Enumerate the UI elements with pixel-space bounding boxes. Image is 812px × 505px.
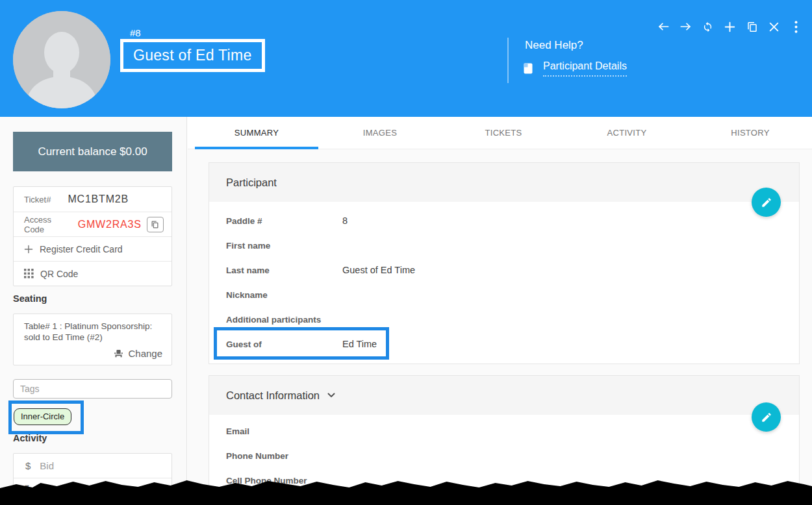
participant-section-header: Participant bbox=[209, 163, 799, 202]
main-content: SUMMARY IMAGES TICKETS ACTIVITY HISTORY … bbox=[188, 117, 812, 505]
dollar-icon: $ bbox=[25, 460, 31, 471]
change-seat-button[interactable]: Change bbox=[114, 348, 162, 359]
field-value: Ed Time bbox=[342, 339, 377, 349]
participant-section: Participant Paddle # 8 First name Last n… bbox=[209, 162, 800, 364]
field-label: Additional participants bbox=[226, 315, 342, 325]
tab-summary[interactable]: SUMMARY bbox=[195, 117, 318, 149]
contact-section-header: Contact Information bbox=[209, 376, 799, 415]
record-number: #8 bbox=[130, 27, 141, 38]
bid-label: Bid bbox=[40, 460, 54, 471]
ticket-info-card: Ticket# MC1BTM2B Access Code GMW2RA3S Re… bbox=[13, 186, 172, 286]
plus-icon bbox=[24, 245, 33, 254]
field-row-last-name: Last name Guest of Ed Time bbox=[209, 258, 799, 282]
field-value: Guest of Ed Time bbox=[342, 265, 415, 275]
bid-row[interactable]: $ Bid bbox=[14, 454, 171, 478]
header: #8 Guest of Ed Time Need Help? Participa… bbox=[0, 0, 812, 117]
add-icon[interactable] bbox=[724, 19, 736, 34]
forward-icon[interactable] bbox=[679, 19, 692, 34]
field-label: Guest of bbox=[226, 339, 342, 349]
field-label: First name bbox=[226, 241, 342, 251]
need-help-label: Need Help? bbox=[525, 39, 583, 52]
access-code-value: GMW2RA3S bbox=[78, 219, 142, 230]
sidebar: Current balance $0.00 Ticket# MC1BTM2B A… bbox=[0, 117, 187, 505]
window-controls bbox=[657, 19, 802, 34]
divider bbox=[507, 38, 509, 83]
field-row-paddle: Paddle # 8 bbox=[209, 208, 799, 233]
edit-contact-button[interactable] bbox=[752, 402, 781, 432]
copy-access-code-button[interactable] bbox=[147, 217, 164, 232]
back-icon[interactable] bbox=[657, 19, 670, 34]
tags-input[interactable] bbox=[13, 379, 172, 399]
access-code-row: Access Code GMW2RA3S bbox=[14, 212, 171, 236]
field-label: Nickname bbox=[226, 290, 342, 300]
field-row-phone: Phone Number bbox=[209, 443, 799, 468]
access-code-label: Access Code bbox=[24, 215, 73, 234]
tab-history[interactable]: HISTORY bbox=[689, 117, 812, 149]
more-icon[interactable] bbox=[790, 19, 802, 34]
seating-assignment-text: Table# 1 : Platinum Sponsorship: sold to… bbox=[24, 321, 162, 343]
refresh-icon[interactable] bbox=[702, 19, 714, 34]
participant-details-help-link[interactable]: Participant Details bbox=[524, 60, 627, 77]
ticket-value: MC1BTM2B bbox=[68, 193, 129, 205]
tag-annotation-box: Inner-Circle bbox=[8, 400, 84, 434]
avatar bbox=[13, 11, 110, 108]
field-value: 8 bbox=[342, 216, 348, 226]
ticket-label: Ticket# bbox=[24, 195, 51, 204]
seating-card: Table# 1 : Platinum Sponsorship: sold to… bbox=[13, 314, 172, 365]
help-link-label: Participant Details bbox=[543, 60, 627, 77]
tab-activity[interactable]: ACTIVITY bbox=[565, 117, 689, 149]
current-balance-badge: Current balance $0.00 bbox=[13, 132, 172, 171]
participant-section-title: Participant bbox=[226, 177, 277, 189]
field-label: Phone Number bbox=[226, 451, 342, 461]
duplicate-icon[interactable] bbox=[746, 19, 758, 34]
copy-icon bbox=[151, 220, 159, 229]
tag-inner-circle[interactable]: Inner-Circle bbox=[14, 408, 71, 425]
activity-heading: Activity bbox=[13, 433, 47, 443]
seating-heading: Seating bbox=[13, 293, 47, 304]
field-label: Last name bbox=[226, 265, 342, 275]
close-icon[interactable] bbox=[768, 19, 780, 34]
contact-section-title: Contact Information bbox=[226, 389, 320, 402]
edit-participant-button[interactable] bbox=[752, 188, 781, 217]
field-row-first-name: First name bbox=[209, 233, 799, 258]
qr-code-label: QR Code bbox=[40, 269, 78, 279]
participant-details-window: #8 Guest of Ed Time Need Help? Participa… bbox=[0, 0, 812, 505]
qr-grid-icon bbox=[24, 269, 34, 278]
page-title: Guest of Ed Time bbox=[133, 47, 252, 64]
field-row-additional-participants: Additional participants bbox=[209, 307, 799, 332]
change-seat-label: Change bbox=[128, 348, 162, 359]
seat-icon bbox=[114, 349, 123, 358]
register-credit-card-label: Register Credit Card bbox=[40, 244, 123, 254]
ticket-number-row: Ticket# MC1BTM2B bbox=[14, 187, 171, 212]
field-label: Email bbox=[226, 426, 342, 436]
field-row-nickname: Nickname bbox=[209, 282, 799, 307]
person-placeholder-icon bbox=[13, 11, 110, 108]
pencil-icon bbox=[761, 197, 772, 208]
chevron-down-icon[interactable] bbox=[327, 393, 335, 398]
register-credit-card-button[interactable]: Register Credit Card bbox=[14, 236, 171, 261]
tab-images[interactable]: IMAGES bbox=[318, 117, 442, 149]
tab-tickets[interactable]: TICKETS bbox=[442, 117, 565, 149]
field-row-guest-of: Guest of Ed Time bbox=[209, 332, 799, 356]
pencil-icon bbox=[761, 412, 772, 423]
title-annotation-box: Guest of Ed Time bbox=[120, 39, 265, 72]
tab-bar: SUMMARY IMAGES TICKETS ACTIVITY HISTORY bbox=[188, 117, 812, 149]
qr-code-button[interactable]: QR Code bbox=[14, 261, 171, 286]
field-row-email: Email bbox=[209, 419, 799, 443]
field-label: Paddle # bbox=[226, 216, 342, 226]
guide-icon bbox=[524, 63, 533, 74]
